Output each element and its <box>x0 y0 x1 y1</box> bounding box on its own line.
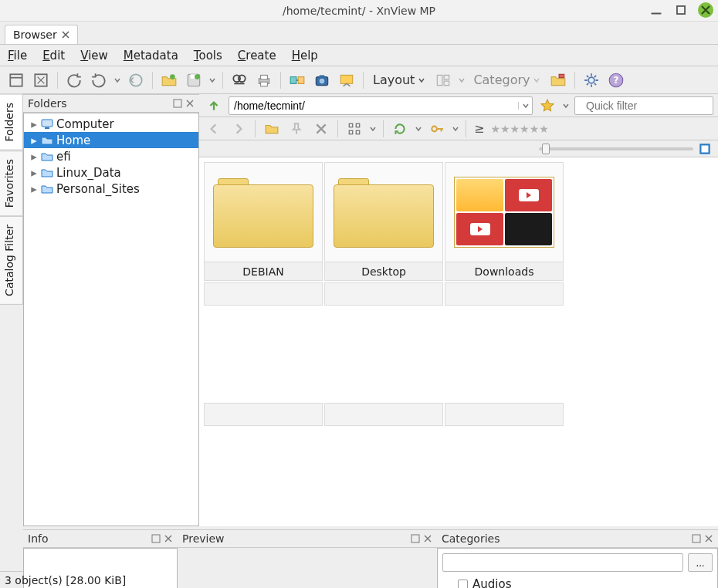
panel-close-icon[interactable] <box>423 534 432 543</box>
refresh-more-icon[interactable] <box>415 125 422 133</box>
star-icon[interactable]: ★ <box>490 123 500 135</box>
panel-close-icon[interactable] <box>164 534 173 543</box>
side-tabstrip: Folders Favorites Catalog Filter <box>0 94 23 571</box>
thumbnail-view[interactable]: DEBIAN Desktop Downloa <box>199 157 718 526</box>
view-mode-more-icon[interactable] <box>369 125 377 133</box>
rotate-more-icon[interactable] <box>113 76 121 84</box>
gte-icon[interactable]: ≥ <box>472 121 486 136</box>
folder-icon <box>41 150 53 163</box>
star-icon[interactable]: ★ <box>530 123 540 135</box>
nav-back-button[interactable] <box>204 119 224 139</box>
rating-filter[interactable]: ★ ★ ★ ★ ★ ★ <box>490 123 548 135</box>
star-icon[interactable]: ★ <box>500 123 510 135</box>
minimize-button[interactable] <box>649 2 664 18</box>
refresh-button[interactable] <box>390 119 410 139</box>
nav-forward-button[interactable] <box>229 119 249 139</box>
tree-item-efi[interactable]: ▸ efi <box>24 148 198 164</box>
category-search-input[interactable] <box>442 553 683 572</box>
favorites-star-button[interactable] <box>537 96 557 116</box>
svg-rect-13 <box>290 76 296 83</box>
category-item[interactable]: Audios <box>445 576 710 588</box>
side-tab-favorites[interactable]: Favorites <box>0 150 23 216</box>
menu-metadata[interactable]: Metadata <box>122 46 180 65</box>
panel-close-icon[interactable] <box>185 99 195 108</box>
thumb-item[interactable]: Downloads <box>445 162 564 281</box>
menu-edit[interactable]: Edit <box>41 46 66 65</box>
view-mode-button[interactable] <box>344 119 364 139</box>
search-button[interactable] <box>229 70 249 90</box>
slideshow-button[interactable] <box>337 70 357 90</box>
path-entry[interactable] <box>229 96 533 115</box>
category-list[interactable]: Audios Drawings Icons Other ▸Photographs… <box>438 576 717 588</box>
folder-icon <box>213 177 313 248</box>
maximize-button[interactable] <box>673 2 689 18</box>
category-dropdown[interactable]: Category <box>470 73 544 87</box>
tree-item-personalsites[interactable]: ▸ Personal_Sites <box>24 181 198 197</box>
key-button[interactable] <box>427 119 447 139</box>
quick-filter-input[interactable] <box>584 99 718 113</box>
path-input[interactable] <box>229 100 518 112</box>
thumb-size-slider[interactable] <box>539 147 693 150</box>
panel-undock-icon[interactable] <box>411 534 420 543</box>
key-more-icon[interactable] <box>452 125 459 133</box>
panel-undock-icon[interactable] <box>173 99 182 108</box>
menu-tools[interactable]: Tools <box>192 46 224 65</box>
rotate-ccw-button[interactable] <box>64 70 84 90</box>
tree-item-computer[interactable]: ▸ Computer <box>24 116 198 132</box>
snapshot-button[interactable] <box>312 70 332 90</box>
checkbox-icon[interactable] <box>458 580 468 589</box>
panel-undock-icon[interactable] <box>151 534 161 543</box>
tab-browser[interactable]: Browser <box>5 25 78 44</box>
layout-preset-more-icon[interactable] <box>458 76 466 84</box>
path-dropdown-icon[interactable] <box>518 102 532 110</box>
tree-label: Computer <box>56 117 114 131</box>
zoom-bar <box>199 140 718 157</box>
panel-undock-icon[interactable] <box>692 534 701 543</box>
side-tab-catalog[interactable]: Catalog Filter <box>0 216 23 305</box>
print-button[interactable] <box>254 70 274 90</box>
panel-close-icon[interactable] <box>704 534 713 543</box>
save-more-icon[interactable] <box>208 76 216 84</box>
nav-up-button[interactable] <box>204 96 224 116</box>
svg-rect-11 <box>261 75 268 79</box>
layout-dropdown[interactable]: Layout <box>370 73 428 87</box>
pin-button[interactable] <box>286 119 307 139</box>
undo-button[interactable] <box>126 70 146 90</box>
menu-create[interactable]: Create <box>236 46 278 65</box>
delete-button[interactable] <box>311 119 331 139</box>
menu-file[interactable]: File <box>6 46 29 65</box>
rotate-cw-button[interactable] <box>89 70 109 90</box>
fullscreen-button[interactable] <box>6 70 26 90</box>
star-icon[interactable]: ★ <box>520 123 530 135</box>
thumb-item[interactable]: DEBIAN <box>204 162 323 281</box>
new-folder-button[interactable] <box>262 119 282 139</box>
close-tab-icon[interactable] <box>62 31 69 39</box>
settings-button[interactable] <box>581 70 601 90</box>
folder-tree[interactable]: ▸ Computer ▸ Home ▸ efi <box>24 113 198 199</box>
tree-item-linuxdata[interactable]: ▸ Linux_Data <box>24 164 198 181</box>
svg-rect-28 <box>45 127 49 129</box>
help-button[interactable]: ? <box>606 70 626 90</box>
tag-folder-button[interactable] <box>548 70 568 90</box>
layout-preset-button[interactable] <box>433 70 453 90</box>
close-window-button[interactable] <box>698 2 713 18</box>
quick-filter[interactable] <box>574 96 713 115</box>
star-icon[interactable]: ★ <box>510 123 520 135</box>
thumb-item[interactable]: Desktop <box>324 162 443 281</box>
svg-point-4 <box>170 74 175 79</box>
fit-button[interactable] <box>31 70 51 90</box>
fit-window-icon[interactable] <box>698 142 712 156</box>
menu-help[interactable]: Help <box>290 46 320 65</box>
svg-rect-26 <box>174 100 181 107</box>
category-browse-button[interactable]: ... <box>688 553 713 572</box>
svg-point-23 <box>589 77 595 83</box>
convert-button[interactable] <box>287 70 307 90</box>
tree-item-home[interactable]: ▸ Home <box>24 132 198 148</box>
save-button[interactable] <box>184 70 204 90</box>
svg-rect-39 <box>693 535 700 542</box>
star-icon[interactable]: ★ <box>539 123 549 135</box>
menu-view[interactable]: View <box>79 46 110 65</box>
favorite-more-icon[interactable] <box>562 102 570 110</box>
open-folder-button[interactable] <box>159 70 179 90</box>
side-tab-folders[interactable]: Folders <box>0 94 23 150</box>
